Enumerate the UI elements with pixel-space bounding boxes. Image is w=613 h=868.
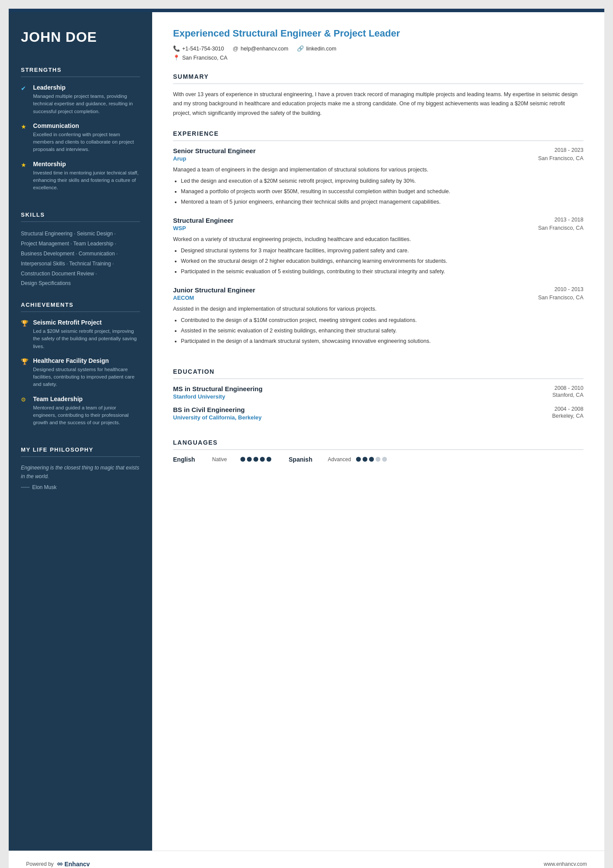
dot-en-2 <box>247 457 252 462</box>
philosophy-author-name: Elon Musk <box>32 484 57 490</box>
exp-company-row-senior: Arup San Francisco, CA <box>173 155 583 162</box>
exp-location-senior: San Francisco, CA <box>538 155 583 162</box>
exp-desc-senior: Managed a team of engineers in the desig… <box>173 165 583 174</box>
exp-bullet-senior-1: Led the design and execution of a $20M s… <box>181 177 583 185</box>
exp-bullets-senior: Led the design and execution of a $20M s… <box>173 177 583 206</box>
exp-entry-senior: Senior Structural Engineer 2018 - 2023 A… <box>173 147 583 206</box>
location-pin-icon: 📍 <box>173 54 180 61</box>
skills-text: Structural Engineering · Seismic Design … <box>21 229 140 288</box>
resume-page: JOHN DOE STRENGTHS ✔ Leadership Managed … <box>9 9 604 868</box>
philosophy-title: MY LIFE PHILOSOPHY <box>21 446 140 453</box>
strengths-divider <box>21 77 140 77</box>
linkedin-url: linkedin.com <box>306 46 336 52</box>
footer: Powered by ∞ Enhancv www.enhancv.com <box>9 851 604 868</box>
strengths-section: STRENGTHS ✔ Leadership Managed multiple … <box>21 67 140 198</box>
edu-left-bs: BS in Civil Engineering University of Ca… <box>173 406 262 421</box>
exp-bullets-structural: Designed structural systems for 3 major … <box>173 246 583 276</box>
exp-header-senior: Senior Structural Engineer 2018 - 2023 <box>173 147 583 154</box>
achievements-title: ACHIEVEMENTS <box>21 302 140 308</box>
candidate-name: JOHN DOE <box>21 30 140 45</box>
tools-icon: ⚙ <box>21 396 29 403</box>
summary-section: SUMMARY With over 13 years of experience… <box>173 73 583 118</box>
exp-title-junior: Junior Structural Engineer <box>173 286 255 294</box>
strength-communication-desc: Excelled in conferring with project team… <box>33 131 140 154</box>
check-icon: ✔ <box>21 85 29 92</box>
exp-bullet-senior-2: Managed a portfolio of projects worth ov… <box>181 187 583 196</box>
skills-divider <box>21 221 140 222</box>
philosophy-text: Engineering is the closest thing to magi… <box>21 464 140 480</box>
languages-divider <box>173 449 583 450</box>
content-area: JOHN DOE STRENGTHS ✔ Leadership Managed … <box>9 12 604 851</box>
exp-entry-structural: Structural Engineer 2013 - 2018 WSP San … <box>173 217 583 276</box>
edu-right-ms: 2008 - 2010 Stanford, CA <box>552 385 583 400</box>
edu-date-ms: 2008 - 2010 <box>552 385 583 391</box>
achievement-seismic-title: Seismic Retrofit Project <box>33 319 140 326</box>
exp-company-junior: AECOM <box>173 295 194 301</box>
skill-line-4: Interpersonal Skills · Technical Trainin… <box>21 261 114 267</box>
edu-date-bs: 2004 - 2008 <box>552 406 583 412</box>
star-icon-1: ★ <box>21 123 29 130</box>
achievement-seismic-desc: Led a $20M seismic retrofit project, imp… <box>33 328 140 350</box>
exp-company-row-junior: AECOM San Francisco, CA <box>173 295 583 301</box>
powered-by-label: Powered by <box>26 861 53 867</box>
skill-line-2: Project Management · Team Leadership · <box>21 241 116 247</box>
achievement-team: ⚙ Team Leadership Mentored and guided a … <box>21 395 140 427</box>
footer-left: Powered by ∞ Enhancv <box>26 859 90 868</box>
logo-infinity-icon: ∞ <box>57 859 63 868</box>
lang-spanish-name: Spanish <box>289 456 323 463</box>
exp-company-row-structural: WSP San Francisco, CA <box>173 225 583 231</box>
exp-date-senior: 2018 - 2023 <box>554 147 583 153</box>
exp-entry-junior: Junior Structural Engineer 2010 - 2013 A… <box>173 286 583 345</box>
exp-desc-structural: Worked on a variety of structural engine… <box>173 235 583 244</box>
edu-entry-ms: MS in Structural Engineering Stanford Un… <box>173 385 583 400</box>
contact-linkedin: 🔗 linkedin.com <box>297 45 336 52</box>
education-divider <box>173 379 583 379</box>
email-address: help@enhancv.com <box>240 46 288 52</box>
edu-school-ms: Stanford University <box>173 393 263 400</box>
edu-degree-ms: MS in Structural Engineering <box>173 385 263 392</box>
exp-bullet-junior-3: Participated in the design of a landmark… <box>181 337 583 345</box>
dot-es-4 <box>376 457 380 462</box>
edu-location-ms: Stanford, CA <box>552 392 583 398</box>
trophy-icon-2: 🏆 <box>21 358 29 365</box>
dot-es-2 <box>363 457 367 462</box>
lang-spanish-level: Advanced <box>328 456 352 462</box>
edu-school-bs: University of California, Berkeley <box>173 414 262 421</box>
summary-text: With over 13 years of experience in stru… <box>173 90 583 118</box>
exp-title-structural: Structural Engineer <box>173 217 233 224</box>
summary-section-title: SUMMARY <box>173 73 583 80</box>
skill-line-1: Structural Engineering · Seismic Design … <box>21 231 116 237</box>
star-icon-2: ★ <box>21 161 29 168</box>
edu-location-bs: Berkeley, CA <box>552 413 583 419</box>
skill-line-6: Design Specifications <box>21 280 71 286</box>
strength-mentorship-title: Mentorship <box>33 161 140 168</box>
education-section-title: EDUCATION <box>173 368 583 375</box>
edu-entry-bs: BS in Civil Engineering University of Ca… <box>173 406 583 421</box>
strength-leadership-desc: Managed multiple project teams, providin… <box>33 93 140 115</box>
dot-es-5 <box>382 457 387 462</box>
exp-company-structural: WSP <box>173 225 186 231</box>
location-row: 📍 San Francisco, CA <box>173 54 583 61</box>
email-icon: @ <box>233 45 238 52</box>
exp-bullet-structural-1: Designed structural systems for 3 major … <box>181 246 583 255</box>
footer-logo: ∞ Enhancv <box>57 859 90 868</box>
languages-section-title: LANGUAGES <box>173 439 583 446</box>
achievement-healthcare-title: Healthcare Facility Design <box>33 357 140 364</box>
achievement-team-title: Team Leadership <box>33 395 140 402</box>
website-url: www.enhancv.com <box>544 861 587 867</box>
exp-bullets-junior: Contributed to the design of a $10M cons… <box>173 316 583 345</box>
languages-row: English Native Spanish Advanced <box>173 456 583 463</box>
footer-right: www.enhancv.com <box>544 861 587 867</box>
achievement-healthcare-desc: Designed structural systems for healthca… <box>33 366 140 389</box>
skill-line-5: Construction Document Review · <box>21 271 97 277</box>
dot-en-3 <box>253 457 258 462</box>
summary-divider <box>173 84 583 84</box>
dot-en-1 <box>240 457 245 462</box>
name-block: JOHN DOE <box>21 30 140 45</box>
edu-left-ms: MS in Structural Engineering Stanford Un… <box>173 385 263 400</box>
education-section: EDUCATION MS in Structural Engineering S… <box>173 368 583 427</box>
dot-es-3 <box>369 457 374 462</box>
contact-row: 📞 +1-541-754-3010 @ help@enhancv.com 🔗 l… <box>173 45 583 52</box>
phone-icon: 📞 <box>173 45 180 52</box>
exp-bullet-junior-1: Contributed to the design of a $10M cons… <box>181 316 583 325</box>
